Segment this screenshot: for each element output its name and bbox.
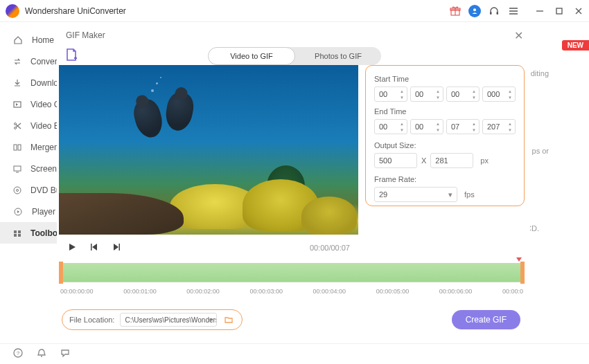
sidebar-item-label: Toolbox (30, 228, 57, 238)
play-icon (12, 206, 24, 217)
svg-rect-30 (119, 244, 121, 251)
spin-up[interactable]: ▲ (506, 120, 514, 127)
size-separator: X (421, 156, 426, 165)
disc-icon (12, 185, 22, 196)
sidebar-item-label: DVD Burner (30, 185, 57, 195)
user-avatar[interactable] (468, 5, 481, 17)
statusbar: ? (0, 343, 589, 364)
gif-maker-dialog: GIF Maker ✕ Video to GIF Photos to GIF 0… (59, 26, 530, 338)
home-icon (12, 35, 24, 46)
timeline[interactable] (59, 262, 525, 286)
app-title: Wondershare UniConverter (25, 6, 449, 16)
sidebar: Home Convert Download Video Compressor V… (0, 22, 57, 343)
timeline-playhead[interactable] (516, 257, 522, 262)
tab-photos-to-gif[interactable]: Photos to GIF (295, 47, 381, 65)
app-logo (6, 4, 19, 18)
create-gif-button[interactable]: Create GIF (452, 310, 520, 329)
feedback-icon[interactable] (60, 347, 71, 361)
output-height-input[interactable] (430, 153, 473, 168)
spin-down[interactable]: ▼ (470, 127, 478, 133)
svg-rect-29 (91, 244, 92, 251)
sidebar-item-dvd[interactable]: DVD Burner (0, 179, 57, 201)
close-button[interactable] (574, 6, 583, 16)
spin-down[interactable]: ▼ (434, 94, 442, 100)
sidebar-item-label: Home (32, 35, 54, 45)
play-button[interactable] (67, 242, 77, 254)
spin-up[interactable]: ▲ (398, 88, 406, 94)
bg-text: ps or (532, 147, 549, 155)
spin-up[interactable]: ▲ (434, 88, 442, 94)
spin-down[interactable]: ▼ (398, 94, 406, 100)
dialog-close-button[interactable]: ✕ (514, 29, 523, 42)
open-folder-button[interactable] (222, 313, 235, 326)
sidebar-item-editor[interactable]: Video Editor (0, 115, 57, 136)
output-size-label: Output Size: (374, 141, 516, 149)
gif-parameters: Start Time ▲▼ ▲▼ ▲▼ ▲▼ End Time ▲▼ ▲▼ ▲▼… (365, 65, 525, 206)
svg-rect-24 (18, 230, 21, 233)
spin-up[interactable]: ▲ (506, 88, 514, 94)
spin-up[interactable]: ▲ (398, 120, 406, 127)
sidebar-item-recorder[interactable]: Screen Recorder (0, 158, 57, 179)
tick-label: 00:00:02:00 (186, 288, 220, 295)
spin-down[interactable]: ▼ (434, 127, 442, 133)
sidebar-item-label: Video Compressor (30, 100, 57, 109)
sidebar-item-label: Convert (30, 57, 57, 66)
framerate-select[interactable]: 29 (374, 187, 457, 202)
dialog-title: GIF Maker (66, 30, 514, 40)
timeline-end-handle[interactable] (520, 262, 525, 284)
sidebar-item-toolbox[interactable]: Toolbox (0, 222, 57, 244)
tick-label: 00:00:06:00 (439, 288, 473, 295)
spin-down[interactable]: ▼ (506, 127, 514, 133)
spin-up[interactable]: ▲ (470, 120, 478, 127)
sidebar-item-label: Player (32, 207, 55, 217)
output-width-input[interactable] (374, 153, 417, 168)
maximize-button[interactable] (554, 6, 564, 16)
start-time-label: Start Time (374, 75, 516, 83)
spin-down[interactable]: ▼ (470, 94, 478, 100)
file-location-select[interactable]: C:\Users\ws\Pictures\Wondersh (120, 313, 217, 327)
add-file-button[interactable] (62, 46, 80, 64)
next-frame-button[interactable] (112, 242, 121, 254)
sidebar-item-compressor[interactable]: Video Compressor (0, 93, 57, 115)
timeline-track[interactable] (59, 263, 525, 282)
sidebar-item-player[interactable]: Player (0, 201, 57, 222)
sidebar-item-home[interactable]: Home (0, 29, 57, 51)
minimize-button[interactable] (535, 6, 545, 16)
sidebar-item-convert[interactable]: Convert (0, 51, 57, 72)
svg-text:?: ? (17, 350, 20, 356)
prev-frame-button[interactable] (89, 242, 99, 254)
sidebar-item-download[interactable]: Download (0, 72, 57, 93)
merger-icon (12, 142, 22, 153)
svg-rect-17 (18, 145, 21, 150)
toolbox-icon (12, 228, 22, 239)
video-preview[interactable] (59, 65, 358, 235)
tick-label: 00:00:01:00 (123, 288, 157, 295)
bell-icon[interactable] (36, 347, 47, 361)
scissors-icon (12, 120, 22, 131)
tick-label: 00:00:0 (502, 288, 523, 295)
playback-time: 00:00/00:07 (310, 244, 350, 252)
svg-rect-10 (556, 8, 562, 14)
headset-icon[interactable] (488, 5, 500, 17)
svg-point-21 (17, 189, 19, 191)
convert-icon (12, 56, 22, 67)
svg-rect-25 (14, 234, 17, 237)
spin-up[interactable]: ▲ (470, 88, 478, 94)
hamburger-icon[interactable] (507, 5, 520, 17)
file-location-group: File Location: C:\Users\ws\Pictures\Wond… (62, 309, 243, 330)
sidebar-item-merger[interactable]: Merger (0, 136, 57, 158)
svg-rect-23 (14, 230, 17, 233)
spin-down[interactable]: ▼ (398, 127, 406, 133)
help-button[interactable]: ? (12, 347, 24, 361)
sidebar-item-label: Merger (30, 143, 57, 152)
file-location-path: C:\Users\ws\Pictures\Wondersh (125, 316, 217, 324)
tab-video-to-gif[interactable]: Video to GIF (208, 47, 295, 65)
fps-unit: fps (464, 190, 475, 199)
svg-rect-4 (490, 12, 492, 15)
spin-down[interactable]: ▼ (506, 94, 514, 100)
tick-label: 00:00:05:00 (376, 288, 410, 295)
timeline-start-handle[interactable] (59, 262, 63, 284)
gift-icon[interactable] (449, 5, 461, 17)
spin-up[interactable]: ▲ (434, 120, 442, 127)
svg-rect-26 (18, 234, 21, 237)
